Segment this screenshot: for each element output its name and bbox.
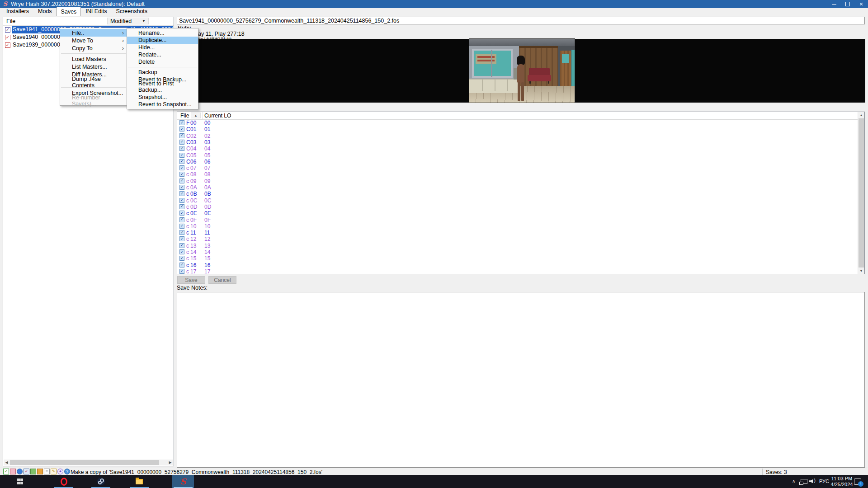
master-row[interactable]: ✓c1111	[177, 230, 858, 236]
masters-file-header[interactable]: File	[180, 113, 189, 119]
master-row[interactable]: ✓c0C0C	[177, 197, 858, 204]
obse-toggle-icon[interactable]	[10, 469, 16, 474]
doc-browser-icon[interactable]: ≡	[44, 469, 50, 474]
master-checkbox[interactable]: ✓	[179, 198, 184, 203]
masters-lo-header[interactable]: Current LO	[204, 113, 231, 119]
menu-item-rename[interactable]: Rename...	[127, 29, 198, 37]
master-checkbox[interactable]: ✓	[179, 120, 184, 125]
master-row[interactable]: ✓c0707	[177, 165, 858, 171]
master-row[interactable]: ✓c0909	[177, 178, 858, 184]
master-checkbox[interactable]: ✓	[179, 204, 184, 209]
master-checkbox[interactable]: ✓	[179, 159, 184, 164]
scroll-left-icon[interactable]: ◀	[4, 460, 9, 465]
sort-ascending-icon[interactable]: ▲	[191, 113, 201, 118]
menu-item-load-masters[interactable]: Load Masters	[60, 55, 127, 63]
menu-item-copy-to[interactable]: Copy To›	[60, 44, 127, 52]
autoquit-toggle-icon[interactable]: ✓	[3, 469, 9, 474]
master-checkbox[interactable]: ✓	[179, 243, 184, 248]
master-checkbox[interactable]: ✓	[179, 140, 184, 145]
master-checkbox[interactable]: ✓	[179, 153, 184, 158]
taskbar-steam[interactable]	[90, 475, 112, 488]
save-checkbox[interactable]: ✓	[5, 27, 10, 33]
master-checkbox[interactable]: ✓	[179, 217, 184, 222]
master-checkbox[interactable]: ✓	[179, 249, 184, 254]
help-icon[interactable]: ?	[64, 469, 70, 474]
master-row[interactable]: ✓C0202	[177, 133, 858, 139]
master-row[interactable]: ✓c0E0E	[177, 210, 858, 216]
master-checkbox[interactable]: ✓	[179, 211, 184, 216]
scroll-up-icon[interactable]: ▲	[858, 112, 864, 118]
master-row[interactable]: ✓c1414	[177, 249, 858, 255]
tab-saves[interactable]: Saves	[57, 7, 81, 16]
master-row[interactable]: ✓F0000	[177, 120, 858, 126]
master-row[interactable]: ✓c1212	[177, 236, 858, 242]
master-row[interactable]: ✓c1717	[177, 268, 858, 274]
menu-item-move-to[interactable]: Move To›	[60, 37, 127, 44]
menu-item-revert-to-first-backup[interactable]: Revert to First Backup...	[127, 83, 198, 90]
master-checkbox[interactable]: ✓	[179, 269, 184, 274]
taskbar-explorer[interactable]	[128, 475, 150, 488]
master-row[interactable]: ✓C0303	[177, 139, 858, 145]
scroll-right-icon[interactable]: ▶	[167, 460, 173, 465]
master-checkbox[interactable]: ✓	[179, 165, 184, 170]
package-icon[interactable]	[37, 469, 43, 474]
menu-item-dump-f4se-contents[interactable]: Dump .f4se Contents	[60, 78, 127, 86]
maximize-button[interactable]	[841, 0, 854, 8]
menu-item-revert-to-snapshot[interactable]: Revert to Snapshot...	[127, 101, 198, 108]
file-column-header[interactable]: File	[6, 18, 15, 24]
scrollbar-thumb[interactable]	[10, 460, 159, 465]
master-row[interactable]: ✓c0D0D	[177, 204, 858, 210]
master-checkbox[interactable]: ✓	[179, 256, 184, 261]
master-row[interactable]: ✓c0A0A	[177, 184, 858, 191]
minimize-button[interactable]	[827, 0, 841, 8]
launcher-check-icon[interactable]: ✓	[24, 469, 29, 474]
taskbar-clock[interactable]: 11:03 PM 4/25/2024	[830, 476, 854, 487]
save-checkbox[interactable]: ✓	[5, 42, 10, 48]
volume-icon[interactable]	[809, 479, 816, 484]
master-row[interactable]: ✓c1515	[177, 255, 858, 262]
master-checkbox[interactable]: ✓	[179, 133, 184, 138]
master-checkbox[interactable]: ✓	[179, 191, 184, 196]
docs-globe-icon[interactable]	[17, 469, 23, 474]
menu-item-list-masters[interactable]: List Masters...	[60, 63, 127, 70]
menu-item-snapshot[interactable]: Snapshot...	[127, 94, 198, 101]
close-button[interactable]	[854, 0, 868, 8]
menu-item-delete[interactable]: Delete	[127, 58, 198, 66]
cancel-button[interactable]: Cancel	[208, 276, 236, 284]
master-checkbox[interactable]: ✓	[179, 224, 184, 229]
master-row[interactable]: ✓C0505	[177, 152, 858, 159]
menu-item-backup[interactable]: Backup	[127, 69, 198, 76]
master-row[interactable]: ✓C0101	[177, 126, 858, 132]
master-row[interactable]: ✓c1010	[177, 223, 858, 230]
menu-item-re-number-save-s[interactable]: Re-number Save(s)...	[60, 97, 127, 104]
master-row[interactable]: ✓C0606	[177, 159, 858, 165]
scrollbar-thumb[interactable]	[859, 118, 864, 267]
scroll-down-icon[interactable]: ▼	[858, 268, 864, 274]
save-button[interactable]: Save	[177, 276, 205, 284]
sort-dropdown[interactable]: Modified ▼	[107, 18, 149, 24]
master-checkbox[interactable]: ✓	[179, 236, 184, 241]
master-checkbox[interactable]: ✓	[179, 185, 184, 190]
master-row[interactable]: ✓c0B0B	[177, 191, 858, 197]
taskbar-start-button[interactable]	[9, 475, 31, 488]
master-checkbox[interactable]: ✓	[179, 172, 184, 177]
language-indicator[interactable]: РУС	[819, 479, 829, 484]
master-checkbox[interactable]: ✓	[179, 178, 184, 183]
master-row[interactable]: ✓c1616	[177, 262, 858, 268]
tab-ini-edits[interactable]: INI Edits	[81, 7, 111, 16]
tray-chevron-icon[interactable]: ∧	[792, 479, 795, 483]
horizontal-scrollbar[interactable]: ◀ ▶	[4, 460, 173, 465]
modchecker-pencil-icon[interactable]: ✎	[51, 469, 57, 474]
taskbar-opera[interactable]	[53, 475, 75, 488]
notification-center-icon[interactable]: 1	[854, 479, 861, 485]
vertical-scrollbar[interactable]: ▲ ▼	[858, 112, 864, 274]
tab-installers[interactable]: Installers	[2, 7, 33, 16]
save-notes-textarea[interactable]	[177, 292, 865, 468]
master-checkbox[interactable]: ✓	[179, 263, 184, 267]
menu-item-hide[interactable]: Hide...	[127, 44, 198, 51]
menu-item-redate[interactable]: Redate...	[127, 51, 198, 58]
save-checkbox[interactable]: ✓	[5, 35, 10, 40]
master-row[interactable]: ✓c0F0F	[177, 217, 858, 223]
plugin-checker-icon[interactable]: ●	[57, 469, 63, 474]
master-checkbox[interactable]: ✓	[179, 230, 184, 235]
